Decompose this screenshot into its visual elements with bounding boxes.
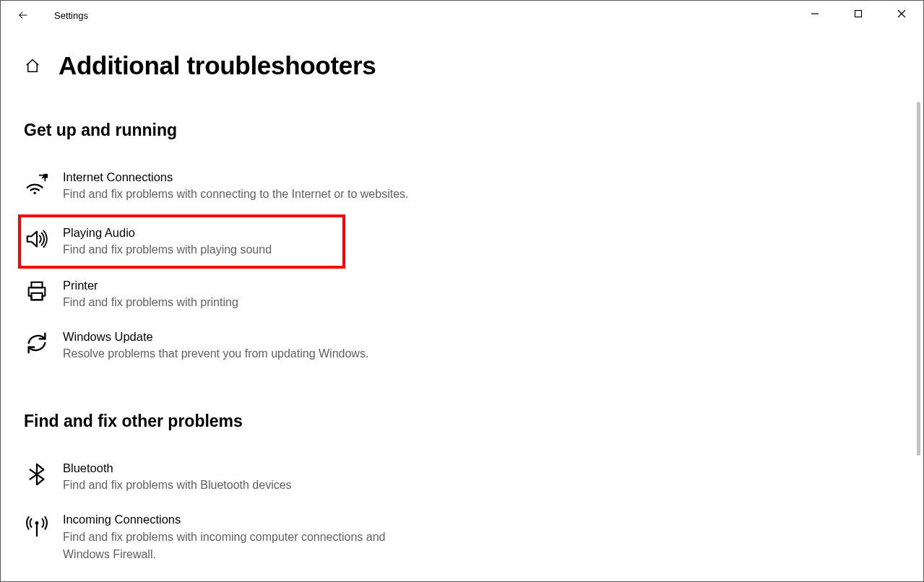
close-button[interactable]: [880, 1, 923, 27]
troubleshooter-title: Printer: [63, 277, 238, 294]
troubleshooter-desc: Resolve problems that prevent you from u…: [63, 345, 368, 362]
title-bar: Settings: [1, 1, 923, 30]
antenna-icon: [24, 513, 50, 539]
speaker-icon: [24, 226, 50, 252]
troubleshooter-desc: Find and fix problems with playing sound: [63, 241, 272, 259]
troubleshooter-item[interactable]: Internet ConnectionsFind and fix problem…: [24, 160, 428, 212]
troubleshooter-text: Internet ConnectionsFind and fix problem…: [63, 169, 408, 203]
troubleshooter-desc: Find and fix problems with Bluetooth dev…: [63, 477, 292, 494]
troubleshooter-text: Incoming ConnectionsFind and fix problem…: [63, 511, 428, 563]
app-title: Settings: [54, 10, 88, 21]
section-heading: Get up and running: [24, 121, 900, 140]
troubleshooter-title: Windows Update: [63, 329, 368, 345]
troubleshooter-text: PrinterFind and fix problems with printi…: [63, 277, 238, 311]
page-title: Additional troubleshooters: [59, 51, 376, 80]
troubleshooter-item[interactable]: Playing AudioFind and fix problems with …: [18, 214, 345, 269]
page-heading-row: Additional troubleshooters: [1, 30, 923, 80]
troubleshooter-item[interactable]: Incoming ConnectionsFind and fix problem…: [24, 503, 428, 571]
content-area: Get up and runningInternet ConnectionsFi…: [1, 80, 923, 581]
troubleshooter-item[interactable]: Windows UpdateResolve problems that prev…: [24, 320, 428, 371]
troubleshooter-desc: Find and fix problems with printing: [63, 294, 238, 311]
maximize-button[interactable]: [837, 1, 880, 27]
wifi-icon: [24, 170, 50, 196]
update-icon: [24, 330, 50, 356]
troubleshooter-title: Incoming Connections: [63, 511, 428, 528]
troubleshooter-text: Windows UpdateResolve problems that prev…: [63, 329, 368, 362]
troubleshooter-desc: Find and fix problems with connecting to…: [63, 186, 408, 203]
troubleshooter-item[interactable]: BluetoothFind and fix problems with Blue…: [24, 451, 428, 503]
window-controls: [793, 1, 923, 27]
svg-rect-1: [855, 11, 862, 17]
minimize-button[interactable]: [793, 1, 837, 27]
scrollbar-track[interactable]: [914, 30, 923, 581]
scrollbar-thumb[interactable]: [917, 102, 920, 456]
troubleshooter-item[interactable]: PrinterFind and fix problems with printi…: [24, 269, 428, 320]
section-heading: Find and fix other problems: [24, 412, 900, 431]
back-button[interactable]: [14, 6, 33, 25]
bluetooth-icon: [24, 461, 50, 487]
troubleshooter-desc: Find and fix problems with incoming comp…: [63, 529, 428, 563]
troubleshooter-title: Bluetooth: [63, 460, 292, 477]
home-icon[interactable]: [24, 57, 41, 74]
troubleshooter-title: Internet Connections: [63, 169, 408, 186]
troubleshooter-text: BluetoothFind and fix problems with Blue…: [63, 460, 292, 494]
troubleshooter-title: Playing Audio: [63, 225, 272, 241]
printer-icon: [24, 279, 50, 305]
troubleshooter-text: Playing AudioFind and fix problems with …: [63, 225, 272, 259]
